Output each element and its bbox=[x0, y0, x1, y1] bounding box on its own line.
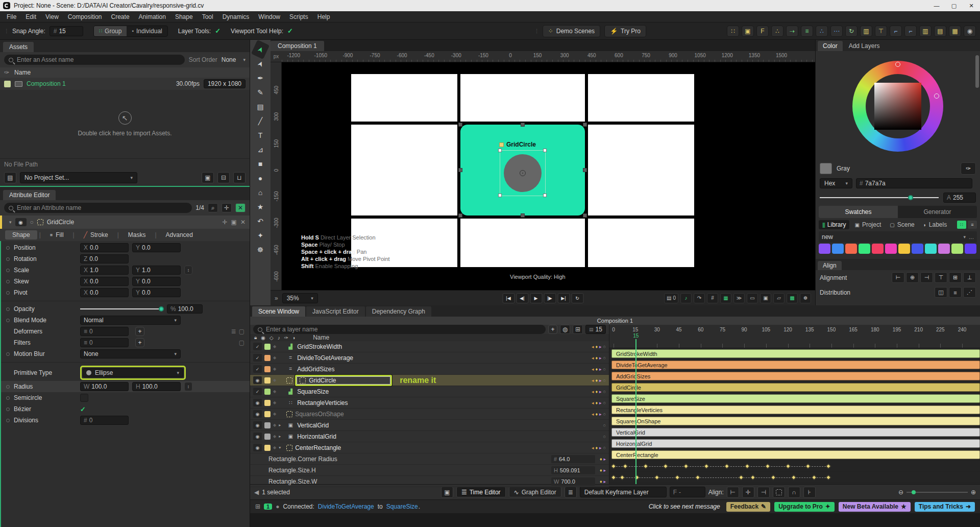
keyframe-diamond[interactable] bbox=[664, 464, 669, 469]
keyframe-diamond[interactable] bbox=[826, 475, 831, 480]
assets-empty-area[interactable]: ↖ Double click here to import Assets. bbox=[0, 90, 250, 158]
keyframe-diamond[interactable] bbox=[739, 475, 744, 480]
alpha-slider[interactable] bbox=[820, 197, 939, 198]
node-chain-icon[interactable]: ∴ bbox=[816, 26, 828, 37]
group-option[interactable]: ∷ Group bbox=[94, 26, 127, 36]
palette-swatch[interactable] bbox=[872, 244, 884, 254]
solo-circle-icon[interactable]: ○ bbox=[603, 412, 606, 417]
selection-handle[interactable] bbox=[498, 194, 502, 197]
render-icon[interactable]: ◇ bbox=[270, 335, 274, 341]
layer-name[interactable]: HorizontalGrid bbox=[297, 433, 336, 440]
next-key-icon[interactable]: ▸ bbox=[599, 389, 602, 394]
asset-row-composition[interactable]: Composition 1 30.00fps 1920 x 1080 bbox=[0, 78, 250, 90]
align-left-button[interactable]: ⊢ bbox=[892, 272, 904, 283]
align-keys-right-icon[interactable]: ⊣ bbox=[757, 487, 770, 498]
source-library-button[interactable]: |||Library bbox=[819, 220, 849, 229]
upgrade-to-pro-badge[interactable]: Upgrade to Pro✦ bbox=[774, 502, 835, 512]
align-keys-left-icon[interactable]: ⊢ bbox=[727, 487, 739, 498]
solo-circle-icon[interactable]: ○ bbox=[603, 355, 606, 361]
zoom-attr-icon[interactable]: ⌕ bbox=[208, 203, 218, 212]
visibility-eye-icon[interactable]: ◉ bbox=[253, 410, 262, 418]
prev-key-icon[interactable]: ◂ bbox=[592, 378, 594, 383]
layer-color-swatch[interactable] bbox=[264, 355, 271, 361]
keyframe-layer-icon[interactable]: ≣ bbox=[565, 487, 577, 498]
selection-handle[interactable] bbox=[583, 213, 587, 218]
layer-bar-rectangleverticies[interactable]: RectangleVerticies bbox=[611, 405, 980, 414]
message-count-badge[interactable]: 1 bbox=[264, 504, 272, 510]
grid-cells-icon[interactable]: ▦ bbox=[949, 26, 961, 37]
menu-animation[interactable]: Animation bbox=[134, 11, 170, 22]
layer-tools-check-icon[interactable]: ✓ bbox=[215, 27, 220, 35]
solo-icon[interactable]: ○ bbox=[30, 219, 34, 226]
tab-color[interactable]: Color bbox=[818, 41, 843, 51]
tab-masks[interactable]: Masks bbox=[121, 230, 153, 239]
color-wheel-area[interactable] bbox=[816, 51, 980, 161]
radius-h-field[interactable]: H100.0 bbox=[132, 382, 181, 391]
layer-bar-dividetogetaverage[interactable]: DivideToGetAverage bbox=[611, 361, 980, 369]
scale-y-field[interactable]: Y1.0 bbox=[132, 266, 181, 275]
more-options-icon[interactable]: ... bbox=[969, 233, 974, 241]
pivot-target-icon[interactable] bbox=[520, 170, 526, 176]
solo-circle-icon[interactable]: ○ bbox=[603, 423, 606, 428]
key-diamond-icon[interactable]: ♦ bbox=[600, 479, 602, 484]
menu-view[interactable]: View bbox=[41, 11, 63, 22]
duplicate-view-icon[interactable]: ▱ bbox=[773, 293, 785, 303]
hue-ring[interactable] bbox=[852, 61, 943, 152]
align-objects-icon[interactable]: ≡ bbox=[801, 26, 813, 37]
property-value-field[interactable]: W700.0 bbox=[551, 477, 595, 486]
tab-add-layers[interactable]: Add Layers bbox=[844, 41, 885, 51]
split-view-icon[interactable]: ▣ bbox=[231, 219, 237, 226]
maximize-button[interactable]: ▢ bbox=[945, 0, 963, 11]
layout-toggle-icon[interactable]: ▦ bbox=[720, 293, 731, 303]
align-top-button[interactable]: ⊤ bbox=[935, 272, 947, 283]
selection-handle[interactable] bbox=[521, 213, 525, 218]
camera-counter-icon[interactable]: ▤0 bbox=[664, 293, 678, 303]
enabled-checkbox[interactable]: ✓ bbox=[253, 365, 262, 373]
lock-icon[interactable]: 🔒︎ bbox=[254, 334, 257, 341]
frame-jump-field[interactable]: F- bbox=[670, 487, 705, 497]
solo-circle-icon[interactable]: ○ bbox=[603, 378, 606, 383]
source-labels-button[interactable]: ◗Labels bbox=[920, 220, 950, 229]
keyframe-diamond[interactable] bbox=[805, 464, 811, 469]
snap-playhead-icon[interactable]: ⊦ bbox=[803, 487, 816, 498]
keyframe-diamond[interactable] bbox=[724, 464, 729, 469]
picker-icon[interactable]: ✑ bbox=[284, 335, 288, 341]
selection-handle[interactable] bbox=[543, 194, 547, 197]
add-filter-button[interactable]: + bbox=[135, 338, 144, 347]
layer-name[interactable]: SquaresOnShape bbox=[295, 411, 344, 418]
rectangle-tool[interactable]: ■ bbox=[253, 157, 268, 171]
settings-tool[interactable]: ☸ bbox=[253, 243, 268, 256]
viewport-settings-icon[interactable]: ☸ bbox=[800, 293, 811, 303]
selection-handle[interactable] bbox=[498, 149, 502, 152]
attribute-search-input[interactable]: Enter an Attribute name bbox=[4, 203, 192, 213]
align-top-edge-icon[interactable]: ⌐ bbox=[890, 26, 902, 37]
align-right-button[interactable]: ⊣ bbox=[920, 272, 933, 283]
position-y-field[interactable]: Y0.0 bbox=[132, 243, 181, 252]
pencil-tool[interactable]: ✎ bbox=[253, 86, 268, 99]
key-diamond-icon[interactable]: ♦ bbox=[595, 355, 598, 361]
layer-row-squaresonshape[interactable]: ◉◆SquaresOnShape◂♦▸○ bbox=[250, 409, 609, 420]
dashed-arrow-icon[interactable]: ⇢ bbox=[786, 26, 798, 37]
keyframe-diamond[interactable] bbox=[623, 464, 628, 469]
property-row[interactable]: Rectangle.Size.HH509.091♦▸ bbox=[250, 465, 609, 476]
menu-tool[interactable]: Tool bbox=[198, 11, 218, 22]
tab-scene-window[interactable]: Scene Window bbox=[252, 306, 305, 317]
keyframe-dot[interactable] bbox=[6, 291, 10, 295]
selection-handle[interactable] bbox=[583, 123, 587, 127]
t-handle-icon[interactable]: ⊤ bbox=[875, 26, 887, 37]
align-rows-icon[interactable]: ⌐ bbox=[904, 26, 917, 37]
layer-row-gridstrokewidth[interactable]: ✓◆▟GridStrokeWidth◂♦▸○ bbox=[250, 341, 609, 352]
asset-color-swatch[interactable] bbox=[4, 81, 11, 87]
menu-help[interactable]: Help bbox=[313, 11, 335, 22]
property-value-field[interactable]: #64.0 bbox=[551, 455, 595, 463]
selection-handle[interactable] bbox=[521, 123, 525, 127]
menu-shape[interactable]: Shape bbox=[170, 11, 198, 22]
radius-w-field[interactable]: W100.0 bbox=[80, 382, 129, 391]
star-tool[interactable]: ★ bbox=[253, 200, 268, 213]
tips-and-tricks-badge[interactable]: Tips and Tricks➜ bbox=[915, 502, 975, 512]
minimize-button[interactable]: — bbox=[928, 0, 945, 11]
step-back-button[interactable]: ◀| bbox=[516, 293, 528, 303]
property-row[interactable]: Rectangle.Corner Radius#64.0♦▸ bbox=[250, 453, 609, 465]
motion-blur-select[interactable]: None▾ bbox=[80, 349, 181, 358]
eyedropper-button[interactable]: ✑ bbox=[961, 162, 976, 175]
